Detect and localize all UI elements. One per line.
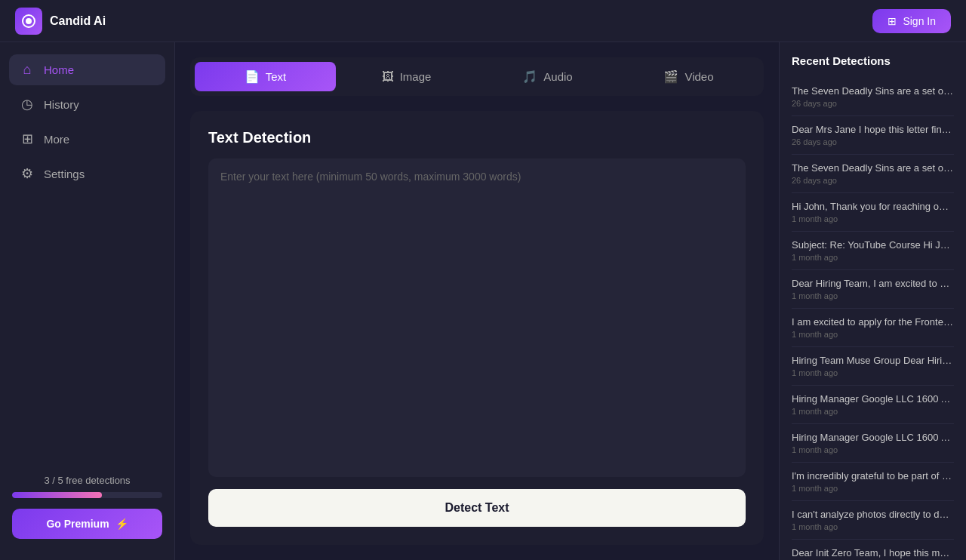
detection-item-text: Dear Hiring Team, I am excited to apply … xyxy=(792,278,954,289)
tab-text[interactable]: 📄 Text xyxy=(195,62,336,91)
detect-text-button[interactable]: Detect Text xyxy=(208,489,746,527)
premium-btn-label: Go Premium xyxy=(46,518,109,530)
sidebar-item-history[interactable]: ◷ History xyxy=(9,88,165,120)
detection-item-text: Subject: Re: YouTube Course Hi John, Tha… xyxy=(792,239,954,251)
recent-detections-panel: Recent Detections The Seven Deadly Sins … xyxy=(779,42,966,560)
sidebar: ⌂ Home ◷ History ⊞ More ⚙ Settings 3 / 5… xyxy=(0,42,175,560)
detection-card: Text Detection Detect Text xyxy=(190,111,764,545)
tab-video-label: Video xyxy=(685,70,713,83)
detection-list-item[interactable]: Hiring Manager Google LLC 1600 Amphithea… xyxy=(792,386,954,424)
detection-item-time: 1 month ago xyxy=(792,291,954,300)
content-area: 📄 Text 🖼 Image 🎵 Audio 🎬 Video Text Dete… xyxy=(175,42,779,560)
detection-item-text: Hiring Team Muse Group Dear Hiring Team,… xyxy=(792,355,954,366)
detection-item-time: 1 month ago xyxy=(792,407,954,416)
sidebar-item-home[interactable]: ⌂ Home xyxy=(9,54,165,85)
header: Candid Ai ⊞ Sign In xyxy=(0,0,966,42)
sign-in-label: Sign In xyxy=(903,15,936,27)
tab-image[interactable]: 🖼 Image xyxy=(336,62,477,91)
detection-list-item[interactable]: I'm incredibly grateful to be part of th… xyxy=(792,463,954,501)
detection-item-time: 1 month ago xyxy=(792,368,954,377)
main-layout: ⌂ Home ◷ History ⊞ More ⚙ Settings 3 / 5… xyxy=(0,42,966,560)
more-icon: ⊞ xyxy=(20,131,35,147)
app-name: Candid Ai xyxy=(50,14,106,28)
detection-item-text: Hi John, Thank you for reaching out and … xyxy=(792,201,954,212)
logo: Candid Ai xyxy=(15,8,106,35)
tab-audio-label: Audio xyxy=(543,70,572,83)
sidebar-item-more[interactable]: ⊞ More xyxy=(9,123,165,155)
lightning-icon: ⚡ xyxy=(115,518,128,530)
detection-list-item[interactable]: Subject: Re: YouTube Course Hi John, Tha… xyxy=(792,232,954,270)
detection-item-text: Hiring Manager Google LLC 1600 Amphithea… xyxy=(792,393,954,405)
sign-in-icon: ⊞ xyxy=(888,15,897,27)
progress-bar-fill xyxy=(12,492,102,498)
history-icon: ◷ xyxy=(20,96,35,112)
image-tab-icon: 🖼 xyxy=(382,70,394,84)
detection-list-item[interactable]: Hi John, Thank you for reaching out and … xyxy=(792,193,954,232)
text-tab-icon: 📄 xyxy=(245,69,260,84)
detection-list-item[interactable]: The Seven Deadly Sins are a set of moral… xyxy=(792,78,954,116)
detection-item-text: I'm incredibly grateful to be part of th… xyxy=(792,470,954,482)
detection-item-time: 1 month ago xyxy=(792,214,954,223)
progress-bar-background xyxy=(12,492,162,498)
detection-item-text: Hiring Manager Google LLC 1600 Amphithea… xyxy=(792,432,954,443)
detection-item-time: 26 days ago xyxy=(792,137,954,146)
detection-item-text: I can't analyze photos directly to deter… xyxy=(792,509,954,520)
detection-item-text: Dear Init Zero Team, I hope this message… xyxy=(792,547,954,558)
sidebar-item-label: Home xyxy=(44,63,74,76)
detection-item-time: 1 month ago xyxy=(792,253,954,262)
detection-item-time: 1 month ago xyxy=(792,330,954,339)
detection-list-item[interactable]: Hiring Team Muse Group Dear Hiring Team,… xyxy=(792,347,954,386)
text-input[interactable] xyxy=(208,158,746,477)
detection-list-item[interactable]: I am excited to apply for the Frontend D… xyxy=(792,309,954,347)
detection-list-item[interactable]: Dear Init Zero Team, I hope this message… xyxy=(792,540,954,560)
detection-item-text: The Seven Deadly Sins are a set of moral… xyxy=(792,162,954,174)
detection-item-time: 1 month ago xyxy=(792,522,954,531)
audio-tab-icon: 🎵 xyxy=(522,69,537,84)
detection-item-time: 26 days ago xyxy=(792,99,954,108)
video-tab-icon: 🎬 xyxy=(663,69,678,84)
tab-image-label: Image xyxy=(400,70,432,83)
settings-icon: ⚙ xyxy=(20,165,35,182)
detection-item-time: 26 days ago xyxy=(792,176,954,185)
logo-icon xyxy=(15,8,42,35)
detection-list-item[interactable]: I can't analyze photos directly to deter… xyxy=(792,501,954,540)
home-icon: ⌂ xyxy=(20,62,35,78)
sidebar-item-settings[interactable]: ⚙ Settings xyxy=(9,158,165,189)
sidebar-item-label: History xyxy=(44,98,79,111)
detection-list-item[interactable]: Hiring Manager Google LLC 1600 Amphithea… xyxy=(792,424,954,463)
detection-item-text: Dear Mrs Jane I hope this letter finds y… xyxy=(792,124,954,135)
tabs-bar: 📄 Text 🖼 Image 🎵 Audio 🎬 Video xyxy=(190,57,764,96)
sidebar-item-label: Settings xyxy=(44,168,85,180)
recent-detections-title: Recent Detections xyxy=(792,54,954,67)
detection-list-item[interactable]: The Seven Deadly Sins are a set of moral… xyxy=(792,155,954,193)
go-premium-button[interactable]: Go Premium ⚡ xyxy=(12,509,162,539)
sidebar-item-label: More xyxy=(44,133,69,146)
svg-point-1 xyxy=(26,18,32,24)
detection-item-text: I am excited to apply for the Frontend D… xyxy=(792,316,954,328)
detection-title: Text Detection xyxy=(208,129,746,146)
recent-detections-list: The Seven Deadly Sins are a set of moral… xyxy=(792,78,954,560)
detection-item-time: 1 month ago xyxy=(792,484,954,493)
tab-text-label: Text xyxy=(266,70,287,83)
sign-in-button[interactable]: ⊞ Sign In xyxy=(872,9,951,33)
detection-item-text: The Seven Deadly Sins are a set of moral… xyxy=(792,85,954,97)
free-detections-section: 3 / 5 free detections Go Premium ⚡ xyxy=(9,466,165,548)
detection-list-item[interactable]: Dear Hiring Team, I am excited to apply … xyxy=(792,270,954,309)
free-detections-count: 3 / 5 free detections xyxy=(12,475,162,486)
tab-video[interactable]: 🎬 Video xyxy=(618,62,759,91)
detection-item-time: 1 month ago xyxy=(792,445,954,454)
tab-audio[interactable]: 🎵 Audio xyxy=(477,62,618,91)
detection-list-item[interactable]: Dear Mrs Jane I hope this letter finds y… xyxy=(792,116,954,155)
